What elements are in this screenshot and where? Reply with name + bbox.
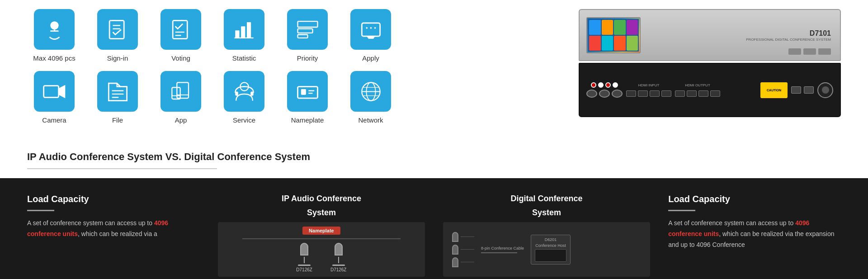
d-mic-3 [452, 257, 458, 267]
power-connector [817, 82, 833, 98]
hdmi-in-3 [650, 90, 660, 97]
nameplate-label: Nameplate [291, 116, 324, 124]
xlr-port-2 [599, 90, 610, 98]
right-text-mid: , which can be realized via the expansio… [719, 230, 834, 237]
host-label: D6201 [545, 237, 557, 242]
conference-host: D6201 Conference Host [531, 235, 571, 265]
host-body [535, 249, 566, 262]
d-line-2 [461, 249, 474, 250]
device-btn-2 [803, 48, 816, 55]
svg-rect-15 [297, 34, 307, 38]
left-text-start: A set of conference system can access up… [27, 219, 154, 227]
right-description: A set of conference system can access up… [668, 218, 841, 250]
ip-title-line2: System [307, 208, 336, 218]
mic-stand-right [338, 257, 339, 263]
right-title: Load Capacity [668, 194, 841, 204]
feature-nameplate: Nameplate [280, 71, 335, 124]
mic-label-left: D7126Z [296, 267, 312, 272]
d-mic-2 [452, 245, 458, 255]
features-row-1: Max 4096 pcs Sign-in [27, 9, 552, 62]
bottom-section: Load Capacity A set of conference system… [0, 178, 868, 279]
svg-rect-14 [297, 28, 312, 33]
feature-max4096: Max 4096 pcs [27, 9, 81, 62]
svg-rect-3 [109, 20, 124, 38]
lan-port-2 [804, 86, 814, 94]
hdmi-out-4 [710, 90, 720, 97]
feature-app: App [154, 71, 208, 124]
digital-mic-2 [452, 245, 474, 255]
svg-rect-10 [241, 26, 245, 38]
statistic-label: Statistic [232, 54, 256, 62]
port-section-hdmi-out: HDMI OUTPUT [675, 83, 720, 97]
feature-priority: Priority [280, 9, 335, 62]
hdmi-out-3 [698, 90, 708, 97]
file-label: File [112, 116, 123, 124]
service-icon [224, 71, 264, 112]
cable-label-section: 8-pin Conference Cable [481, 246, 524, 253]
right-text-end: and up to 4096 Conference [668, 241, 745, 248]
rca-port-red [591, 82, 596, 88]
warning-label: CAUTION [760, 82, 788, 98]
svg-rect-6 [173, 20, 187, 38]
hdmi-in-1 [626, 90, 636, 97]
digital-diagram: 8-pin Conference Cable D6201 Conference … [448, 227, 646, 272]
device-screen [586, 17, 641, 53]
ip-diagram-area: Nameplate D7126Z D7126Z [218, 222, 425, 277]
feature-apply: Apply [344, 9, 398, 62]
svg-rect-20 [43, 85, 58, 97]
nameplate-icon [287, 71, 328, 112]
camera-icon [34, 71, 75, 112]
comparison-heading: IP Audio Conference System VS. Digital C… [0, 147, 868, 178]
digital-title-line1: Digital Conference [511, 194, 583, 203]
svg-rect-13 [297, 21, 317, 27]
digital-title-line2: System [532, 208, 561, 218]
voting-icon [160, 9, 201, 50]
feature-signin: Sign-in [90, 9, 145, 62]
hdmi-in-2 [638, 90, 648, 97]
cable-line [242, 238, 401, 239]
priority-label: Priority [297, 54, 318, 62]
priority-icon [287, 9, 328, 50]
device-description: PROFESSIONAL DIGITAL CONFERENCE SYSTEM [746, 37, 831, 41]
left-load-capacity: Load Capacity A set of conference system… [27, 194, 200, 277]
file-icon [97, 71, 138, 112]
feature-file: File [90, 71, 145, 124]
max4096-icon [34, 9, 75, 50]
hdmi-out-2 [687, 90, 697, 97]
right-divider [668, 210, 695, 211]
svg-rect-16 [362, 23, 380, 36]
device-model: D7101 [746, 29, 831, 37]
lan-port-1 [791, 86, 801, 94]
svg-marker-21 [58, 85, 65, 98]
mic-body-left [300, 243, 308, 255]
svg-point-18 [370, 27, 372, 29]
network-label: Network [358, 116, 383, 124]
left-text-end: , which can be realized via a [78, 230, 157, 237]
svg-rect-9 [235, 30, 239, 38]
xlr-port-3 [612, 90, 623, 98]
voting-label: Voting [171, 54, 190, 62]
cable-label: 8-pin Conference Cable [481, 246, 524, 251]
mic-base-right [332, 265, 345, 266]
features-grid: Max 4096 pcs Sign-in [27, 9, 552, 133]
app-label: App [175, 116, 187, 124]
nameplate-badge: Nameplate [302, 227, 340, 235]
port-section-left [586, 82, 623, 98]
d-line-3 [461, 262, 474, 262]
service-label: Service [233, 116, 255, 124]
svg-point-17 [366, 27, 368, 29]
rca-port-white [598, 82, 604, 88]
device-btn-1 [788, 48, 801, 55]
network-icon [350, 71, 391, 112]
product-image: D7101 PROFESSIONAL DIGITAL CONFERENCE SY… [579, 9, 841, 133]
mic-base-left [298, 265, 311, 266]
mic-label-right: D7126Z [330, 267, 347, 272]
svg-rect-32 [297, 86, 317, 98]
hdmi-in-4 [661, 90, 671, 97]
port-section-hdmi: HDMI INPUT [626, 83, 671, 97]
digital-mic-1 [452, 232, 474, 242]
digital-diagram-area: 8-pin Conference Cable D6201 Conference … [443, 222, 650, 277]
feature-statistic: Statistic [217, 9, 271, 62]
feature-service: Service [217, 71, 271, 124]
features-row-2: Camera File [27, 71, 552, 124]
